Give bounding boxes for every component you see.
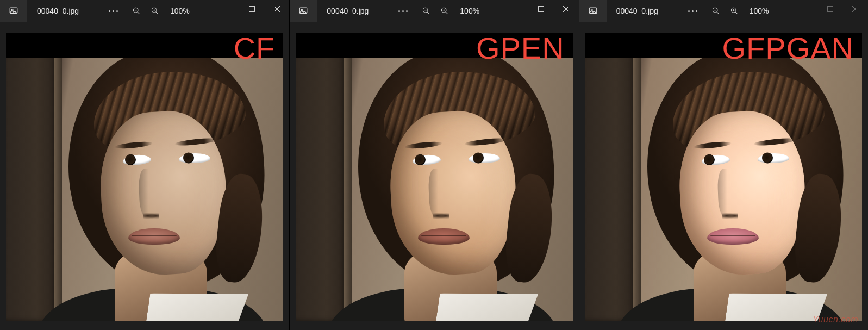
maximize-button[interactable]	[818, 0, 843, 17]
title-bar: 00040_0.jpg 100%	[579, 0, 868, 22]
photo-content	[585, 33, 862, 321]
watermark: Yuucn.com	[813, 315, 858, 325]
photos-app-icon[interactable]	[579, 0, 607, 22]
toolbar-center: 100%	[109, 4, 190, 17]
title-bar: 00040_0.jpg 100%	[0, 0, 289, 22]
minimize-button[interactable]	[504, 0, 529, 17]
file-name: 00040_0.jpg	[616, 7, 658, 15]
zoom-out-button[interactable]	[420, 4, 433, 17]
zoom-level: 100%	[170, 7, 190, 15]
image-viewport[interactable]: Yuucn.com	[579, 22, 868, 330]
toolbar-center: 100%	[398, 4, 479, 17]
zoom-in-button[interactable]	[438, 4, 451, 17]
svg-rect-14	[828, 6, 833, 11]
close-button[interactable]	[554, 0, 579, 17]
close-button[interactable]	[843, 0, 868, 17]
file-name: 00040_0.jpg	[37, 7, 79, 15]
more-icon[interactable]	[109, 10, 118, 12]
maximize-button[interactable]	[529, 0, 554, 17]
viewer-pane: 00040_0.jpg 100%	[289, 0, 578, 330]
photo-content	[296, 33, 573, 321]
photos-app-icon[interactable]	[0, 0, 27, 22]
minimize-button[interactable]	[214, 0, 239, 17]
method-label: GFPGAN	[722, 30, 854, 66]
zoom-level: 100%	[460, 7, 479, 15]
svg-rect-9	[539, 6, 544, 11]
image-viewport[interactable]	[290, 22, 578, 330]
image-viewport[interactable]	[0, 22, 289, 330]
window-controls	[793, 0, 868, 22]
photo-content	[6, 33, 283, 321]
zoom-in-button[interactable]	[728, 4, 741, 17]
title-bar: 00040_0.jpg 100%	[290, 0, 578, 22]
svg-rect-4	[249, 6, 254, 11]
viewer-pane: 00040_0.jpg 100%	[0, 0, 289, 330]
minimize-button[interactable]	[793, 0, 818, 17]
maximize-button[interactable]	[239, 0, 264, 17]
zoom-out-button[interactable]	[130, 4, 143, 17]
more-icon[interactable]	[688, 10, 697, 12]
window-controls	[214, 0, 289, 22]
photos-app-icon[interactable]	[290, 0, 317, 22]
zoom-out-button[interactable]	[709, 4, 722, 17]
method-label: GPEN	[476, 30, 565, 66]
window-controls	[504, 0, 579, 22]
file-name: 00040_0.jpg	[327, 7, 369, 15]
zoom-in-button[interactable]	[148, 4, 161, 17]
close-button[interactable]	[264, 0, 289, 17]
more-icon[interactable]	[398, 10, 408, 12]
zoom-level: 100%	[750, 7, 769, 15]
method-label: CF	[234, 30, 276, 66]
viewer-pane: 00040_0.jpg 100%	[579, 0, 868, 330]
toolbar-center: 100%	[688, 4, 769, 17]
